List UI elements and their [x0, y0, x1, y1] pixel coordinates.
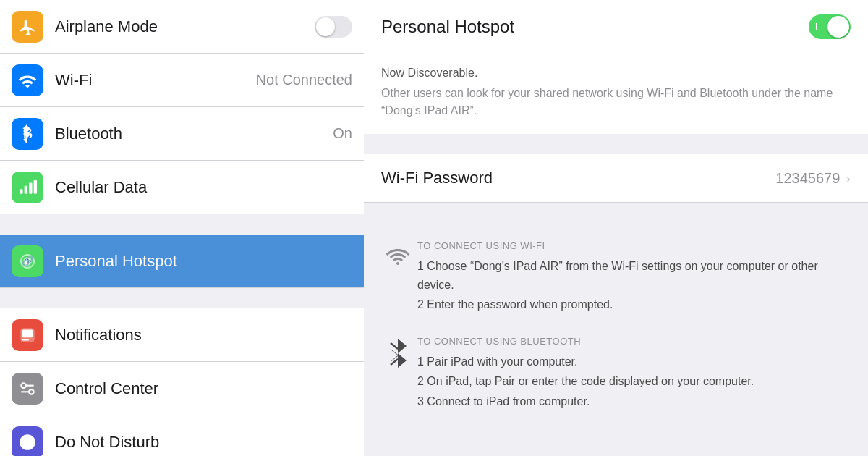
notifications-icon — [12, 319, 43, 351]
svg-rect-8 — [22, 329, 33, 337]
sidebar-item-notifications[interactable]: Notifications — [0, 308, 364, 362]
cellular-icon — [12, 172, 43, 203]
bt-step-3: 3 Connect to iPad from computer. — [417, 392, 854, 411]
sidebar-item-bluetooth[interactable]: B Bluetooth On — [0, 107, 364, 161]
sidebar-item-airplane[interactable]: Airplane Mode — [0, 0, 364, 54]
hotspot-toggle[interactable]: I — [809, 14, 851, 39]
bt-step-2: 2 On iPad, tap Pair or enter the code di… — [417, 372, 854, 391]
svg-point-11 — [29, 389, 33, 394]
wifi-instruction-content: TO CONNECT USING WI-FI 1 Choose “Dong’s … — [417, 240, 854, 316]
airplane-toggle-knob — [316, 17, 335, 36]
gap-1 — [364, 134, 868, 154]
wifi-step-2: 2 Enter the password when prompted. — [417, 295, 854, 314]
hotspot-label: Personal Hotspot — [55, 252, 177, 271]
toggle-i-label: I — [815, 21, 818, 33]
sidebar-item-cellular[interactable]: Cellular Data — [0, 161, 364, 214]
sidebar-item-do-not-disturb[interactable]: Do Not Disturb — [0, 415, 364, 456]
control-center-label: Control Center — [55, 379, 158, 398]
chevron-icon: › — [846, 170, 851, 187]
wifi-password-value: 12345679 — [775, 170, 840, 187]
bluetooth-instruction-content: TO CONNECT USING BLUETOOTH 1 Pair iPad w… — [417, 336, 854, 413]
airplane-icon — [12, 11, 43, 43]
wifi-instruction-block: TO CONNECT USING WI-FI 1 Choose “Dong’s … — [378, 240, 854, 316]
control-center-icon — [12, 373, 43, 405]
bluetooth-instruction-block: TO CONNECT USING BLUETOOTH 1 Pair iPad w… — [378, 336, 854, 413]
toggle-knob — [827, 16, 849, 38]
discoverable-line2: Other users can look for your shared net… — [381, 85, 851, 119]
svg-line-15 — [391, 343, 398, 349]
section-gap-2 — [0, 288, 364, 308]
svg-rect-1 — [20, 189, 22, 194]
bluetooth-value: On — [333, 125, 352, 142]
svg-text:B: B — [22, 124, 33, 142]
airplane-label: Airplane Mode — [55, 17, 158, 36]
bt-step-1: 1 Pair iPad with your computer. — [417, 352, 854, 371]
wifi-password-row[interactable]: Wi-Fi Password 12345679 › — [364, 154, 868, 203]
wifi-password-label: Wi-Fi Password — [381, 169, 493, 187]
notifications-label: Notifications — [55, 326, 142, 345]
airplane-toggle[interactable] — [315, 16, 352, 38]
cellular-label: Cellular Data — [55, 178, 147, 197]
bluetooth-instruction-title: TO CONNECT USING BLUETOOTH — [417, 336, 854, 347]
svg-rect-3 — [29, 182, 32, 193]
hotspot-card: Personal Hotspot I Now Discoverable. Oth… — [364, 0, 868, 134]
wifi-icon — [12, 64, 43, 96]
section-gap-1 — [0, 214, 364, 235]
hotspot-icon: 🔗 — [12, 245, 43, 277]
detail-title: Personal Hotspot — [381, 17, 514, 37]
sidebar-item-control-center[interactable]: Control Center — [0, 362, 364, 415]
wifi-label: Wi-Fi — [55, 71, 92, 90]
do-not-disturb-label: Do Not Disturb — [55, 433, 159, 452]
wifi-instruction-icon — [378, 240, 417, 268]
sidebar-item-wifi[interactable]: Wi-Fi Not Connected — [0, 54, 364, 107]
svg-rect-2 — [25, 185, 27, 193]
bluetooth-instruction-icon — [378, 336, 417, 371]
detail-panel: Personal Hotspot I Now Discoverable. Oth… — [364, 0, 868, 456]
sidebar-item-hotspot[interactable]: 🔗 Personal Hotspot — [0, 235, 364, 288]
discoverable-section: Now Discoverable. Other users can look f… — [364, 54, 868, 134]
wifi-step-1: 1 Choose “Dong’s IPad AIR” from the Wi-F… — [417, 257, 854, 294]
svg-point-10 — [21, 383, 25, 388]
do-not-disturb-icon — [12, 426, 43, 456]
bluetooth-label: Bluetooth — [55, 124, 122, 143]
wifi-value: Not Connected — [256, 72, 352, 88]
discoverable-line1: Now Discoverable. — [381, 64, 851, 82]
bluetooth-icon: B — [12, 118, 43, 150]
svg-line-14 — [391, 359, 398, 365]
svg-rect-9 — [22, 339, 29, 340]
svg-rect-4 — [34, 180, 37, 193]
sidebar: Airplane Mode Wi-Fi Not Connected B Blue… — [0, 0, 364, 456]
hotspot-header: Personal Hotspot I — [364, 0, 868, 54]
instructions-section: TO CONNECT USING WI-FI 1 Choose “Dong’s … — [364, 223, 868, 413]
svg-text:🔗: 🔗 — [22, 255, 35, 267]
wifi-instruction-title: TO CONNECT USING WI-FI — [417, 240, 854, 251]
gap-2 — [364, 203, 868, 223]
